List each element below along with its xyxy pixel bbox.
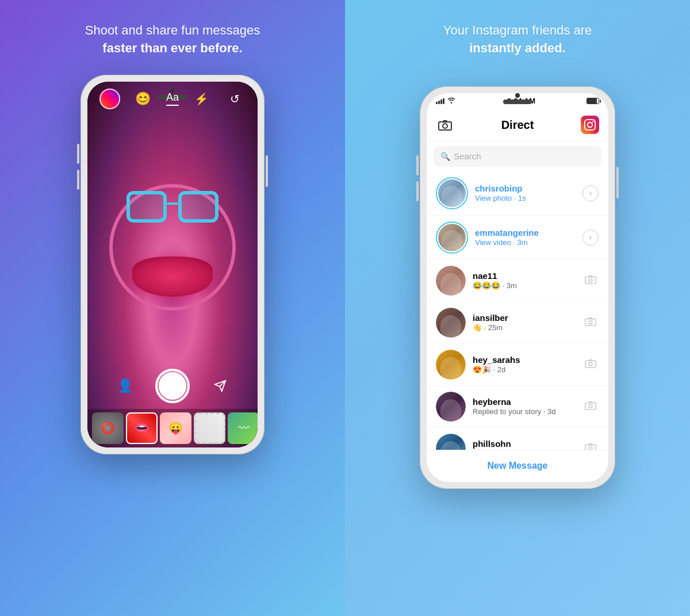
avatar-iansilber [436, 308, 466, 338]
filter-1[interactable]: ⭕ [92, 412, 124, 444]
msg-content-iansilber: iansilber 👋 · 25m [473, 313, 575, 332]
avatar-nae11 [436, 266, 466, 296]
msg-name-heysarahs: hey_sarahs [473, 355, 575, 365]
svg-point-7 [589, 320, 592, 324]
filter-strip: ⭕ 👄 😛 〰 [87, 409, 258, 447]
msg-content-nae11: nae11 😂😂😂 · 3m [473, 271, 575, 290]
direct-screen: 8:34 AM [427, 93, 608, 482]
camera-header-icon[interactable] [436, 116, 454, 134]
avatar-heysarahs [436, 350, 466, 380]
battery-fill [587, 98, 597, 104]
msg-content-emmatangerine: emmatangerine View video · 3m [475, 228, 575, 247]
user-avatar[interactable] [99, 89, 120, 109]
filter-2[interactable]: 👄 [126, 412, 158, 444]
msg-action-iansilber[interactable] [582, 314, 599, 331]
instagram-icon[interactable] [581, 116, 599, 134]
glasses-filter [121, 191, 224, 231]
svg-rect-4 [585, 277, 596, 284]
volume-down-btn [77, 170, 79, 190]
filter-5[interactable]: 〰 [228, 412, 258, 444]
msg-action-emmatangerine[interactable]: › [582, 229, 599, 246]
msg-content-phillsohn: phillsohn 😊👋 · 1w [473, 439, 575, 450]
camera-bottom: 👤 [87, 363, 258, 447]
filter-3[interactable]: 😛 [160, 412, 191, 444]
msg-preview-heysarahs: 😍🎉 · 2d [473, 365, 575, 374]
left-panel-title: Shoot and share fun messages faster than… [85, 22, 260, 58]
msg-name-phillsohn: phillsohn [473, 439, 575, 449]
flash-icon[interactable]: ⚡ [191, 89, 212, 109]
status-right [586, 98, 599, 104]
msg-preview-chrisrobinp: View photo · 1s [475, 194, 575, 202]
msg-preview-phillsohn: 😊👋 · 1w [473, 449, 575, 450]
right-power [616, 167, 619, 198]
svg-point-11 [589, 404, 592, 408]
left-phone-frame: 😊 Aa ⚡ ↺ 👤 [80, 75, 264, 454]
svg-point-13 [589, 446, 592, 450]
search-bar[interactable]: 🔍 Search [434, 146, 601, 167]
message-item-heysarahs[interactable]: hey_sarahs 😍🎉 · 2d [427, 344, 608, 386]
battery-icon [586, 98, 599, 104]
right-speaker [503, 100, 532, 104]
msg-name-nae11: nae11 [473, 271, 575, 281]
message-item-chrisrobinp[interactable]: chrisrobinp View photo · 1s › [427, 171, 608, 216]
right-panel: Your Instagram friends are instantly add… [345, 0, 690, 616]
new-message-button[interactable]: New Message [488, 461, 548, 471]
search-placeholder: Search [454, 151, 481, 161]
left-panel: Shoot and share fun messages faster than… [0, 0, 345, 616]
avatar-icon[interactable] [99, 89, 120, 109]
msg-content-chrisrobinp: chrisrobinp View photo · 1s [475, 183, 575, 202]
svg-point-9 [589, 362, 592, 366]
filter-4[interactable] [194, 412, 225, 444]
flip-camera-icon[interactable]: ↺ [225, 89, 246, 109]
new-message-bar: New Message [427, 450, 608, 482]
signal-icon [436, 98, 444, 104]
right-phone-frame: 8:34 AM [420, 75, 615, 489]
camera-controls: 👤 [87, 363, 258, 409]
message-list: chrisrobinp View photo · 1s › [427, 171, 608, 450]
camera-icon-phillsohn [585, 442, 596, 450]
message-item-heyberna[interactable]: heyberna Replied to your story · 3d [427, 386, 608, 428]
lips-filter [132, 257, 213, 297]
status-left [436, 97, 456, 105]
msg-action-chrisrobinp[interactable]: › [582, 185, 599, 202]
msg-action-phillsohn[interactable] [582, 440, 599, 450]
right-phone-notch [503, 93, 532, 104]
camera-toolbar: 😊 Aa ⚡ ↺ [87, 82, 258, 116]
msg-content-heysarahs: hey_sarahs 😍🎉 · 2d [473, 355, 575, 374]
wifi-icon [447, 97, 456, 105]
glass-bridge [167, 202, 178, 205]
msg-action-heysarahs[interactable] [582, 356, 599, 373]
msg-preview-nae11: 😂😂😂 · 3m [473, 281, 575, 290]
msg-name-iansilber: iansilber [473, 313, 575, 323]
avatar-phillsohn [436, 434, 466, 450]
msg-preview-iansilber: 👋 · 25m [473, 323, 575, 332]
camera-screen: 😊 Aa ⚡ ↺ 👤 [87, 82, 258, 447]
right-front-camera [515, 93, 520, 98]
right-volume-up [416, 155, 419, 175]
volume-up-btn [77, 144, 79, 164]
profile-icon[interactable]: 👤 [114, 376, 135, 396]
search-wrap: 🔍 Search [427, 141, 608, 171]
shutter-button[interactable] [155, 369, 190, 403]
message-item-nae11[interactable]: nae11 😂😂😂 · 3m [427, 260, 608, 302]
avatar-chrisrobinp [436, 177, 468, 209]
msg-action-heyberna[interactable] [582, 398, 599, 415]
glass-left [126, 191, 167, 223]
camera-icon-nae11 [585, 274, 596, 287]
msg-preview-heyberna: Replied to your story · 3d [473, 407, 575, 416]
text-tool-icon[interactable]: Aa [166, 91, 179, 106]
svg-rect-10 [585, 403, 596, 410]
send-icon[interactable] [210, 376, 231, 396]
message-item-emmatangerine[interactable]: emmatangerine View video · 3m › [427, 216, 608, 260]
svg-rect-6 [585, 319, 596, 326]
glass-right [178, 191, 218, 223]
camera-icon-heysarahs [585, 358, 596, 371]
emoji-filter-icon[interactable]: 😊 [133, 89, 154, 109]
msg-action-nae11[interactable] [582, 272, 599, 289]
message-item-phillsohn[interactable]: phillsohn 😊👋 · 1w [427, 428, 608, 450]
message-item-iansilber[interactable]: iansilber 👋 · 25m [427, 302, 608, 344]
camera-icon-iansilber [585, 316, 596, 329]
svg-rect-12 [585, 445, 596, 450]
right-volume-down [416, 181, 419, 201]
right-panel-title: Your Instagram friends are instantly add… [443, 22, 592, 58]
